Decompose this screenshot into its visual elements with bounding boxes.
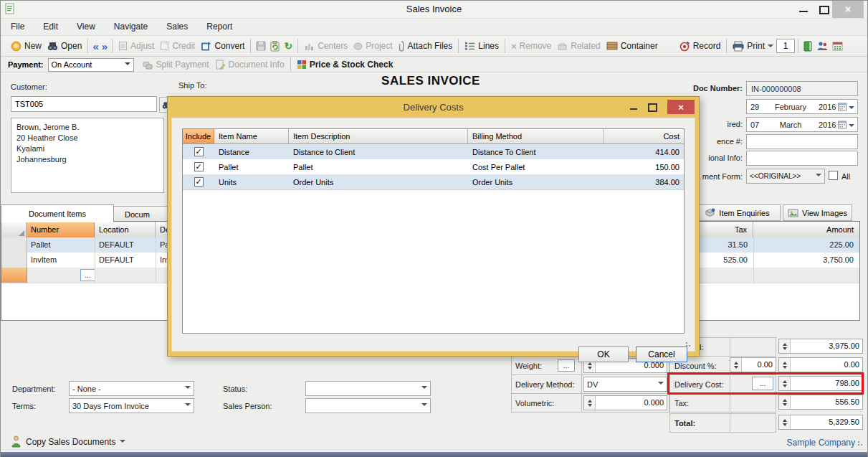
- include-checkbox[interactable]: ✓: [194, 147, 204, 156]
- terms-select[interactable]: 30 Days From Invoice: [69, 398, 194, 413]
- minimize-button[interactable]: [799, 11, 808, 12]
- column-header-item-name[interactable]: Item Name: [214, 129, 289, 144]
- tab-document-items[interactable]: Document Items: [1, 204, 114, 222]
- navigate-back-icon[interactable]: «: [91, 40, 100, 52]
- customer-input[interactable]: TST005: [11, 96, 157, 112]
- column-header-number[interactable]: Number: [27, 222, 95, 237]
- menu-view[interactable]: View: [77, 22, 95, 32]
- reference-input[interactable]: [746, 134, 858, 149]
- record-button[interactable]: Record: [677, 39, 724, 53]
- users-icon[interactable]: [814, 41, 830, 51]
- spinner-arrows[interactable]: [730, 358, 742, 372]
- column-header-amount[interactable]: Amount: [753, 222, 859, 237]
- row-selector-active[interactable]: [1, 268, 27, 283]
- project-button[interactable]: Project: [350, 39, 395, 52]
- spinner-arrows[interactable]: [584, 396, 596, 410]
- ok-button[interactable]: OK: [578, 347, 629, 362]
- open-button[interactable]: Open: [44, 39, 85, 52]
- menu-navigate[interactable]: Navigate: [114, 22, 148, 32]
- attach-files-button[interactable]: Attach Files: [396, 39, 456, 53]
- row-selector-header[interactable]: [1, 222, 27, 237]
- item-lookup-button[interactable]: ...: [80, 269, 95, 281]
- row-selector[interactable]: [1, 253, 27, 268]
- print-button[interactable]: Print: [730, 39, 768, 53]
- cancel-button[interactable]: Cancel: [636, 347, 687, 362]
- print-copies-field[interactable]: 1: [776, 39, 795, 53]
- container-button[interactable]: Container: [604, 39, 661, 52]
- dialog-close-button[interactable]: ×: [667, 100, 695, 114]
- spinner-arrows[interactable]: [779, 415, 791, 429]
- lines-button[interactable]: Lines: [462, 39, 502, 52]
- menu-edit[interactable]: Edit: [43, 22, 58, 32]
- row-selector[interactable]: [1, 237, 27, 253]
- column-header-include[interactable]: Include: [183, 129, 214, 144]
- price-stock-check-button[interactable]: Price & Stock Check: [294, 58, 396, 71]
- discount-amount-stepper[interactable]: 0.00: [778, 357, 863, 372]
- navigate-forward-icon[interactable]: »: [100, 40, 109, 52]
- close-button[interactable]: ×: [832, 1, 864, 18]
- include-checkbox[interactable]: ✓: [194, 177, 204, 187]
- terms-label: Terms:: [12, 402, 36, 410]
- all-checkbox[interactable]: [829, 171, 838, 180]
- table-header-row: Include Item Name Item Description Billi…: [183, 129, 684, 144]
- weight-lookup-button[interactable]: ...: [558, 359, 575, 372]
- column-header-cost[interactable]: Cost: [604, 129, 684, 144]
- print-dropdown-icon[interactable]: [768, 44, 773, 50]
- spinner-arrows[interactable]: [779, 395, 791, 409]
- centers-button[interactable]: Centers: [301, 39, 350, 52]
- calendar-icon[interactable]: [830, 41, 845, 51]
- view-images-button[interactable]: View Images: [783, 204, 852, 221]
- dialog-maximize-icon[interactable]: [648, 103, 657, 112]
- company-link[interactable]: Sample Company: [740, 438, 855, 448]
- delivery-method-select[interactable]: DV: [583, 377, 667, 392]
- include-checkbox[interactable]: ✓: [194, 162, 204, 171]
- date-required-field[interactable]: 07 March 2016: [746, 117, 858, 132]
- new-button[interactable]: New: [8, 39, 44, 53]
- payment-select[interactable]: On Account: [48, 58, 134, 72]
- item-enquiries-button[interactable]: Item Enquiries: [694, 204, 781, 221]
- total-stepper[interactable]: 5,329.50: [778, 415, 863, 430]
- chevron-down-icon[interactable]: [849, 124, 854, 130]
- status-select[interactable]: [305, 381, 431, 396]
- adjust-button[interactable]: Adjust: [115, 39, 157, 52]
- item-enquiries-icon: [705, 208, 715, 217]
- document-info-button[interactable]: Document Info: [212, 58, 287, 71]
- refresh-icon[interactable]: ↻: [282, 41, 295, 51]
- dialog-resize-grip[interactable]: [685, 341, 692, 349]
- related-button[interactable]: Related: [554, 39, 603, 52]
- tax-stepper[interactable]: 556.50: [778, 395, 863, 410]
- date-picker-icon[interactable]: [838, 121, 846, 129]
- department-select[interactable]: - None -: [69, 381, 194, 396]
- subtotal-stepper[interactable]: 3,975.00: [778, 339, 863, 354]
- spinner-arrows[interactable]: [779, 339, 791, 353]
- spinner-arrows[interactable]: [779, 358, 791, 372]
- additional-info-input[interactable]: [746, 151, 858, 166]
- column-header-billing-method[interactable]: Billing Method: [468, 129, 604, 144]
- discount-pct-stepper[interactable]: 0.00: [730, 357, 776, 372]
- convert-button[interactable]: Convert: [198, 39, 247, 52]
- menu-sales[interactable]: Sales: [166, 22, 188, 32]
- dialog-minimize-icon[interactable]: [630, 108, 637, 110]
- credit-button[interactable]: Credit: [157, 39, 198, 52]
- document-form-select[interactable]: <<ORIGINAL>>: [746, 169, 825, 184]
- save-icon[interactable]: [254, 41, 268, 51]
- paste-update-icon[interactable]: [268, 41, 282, 52]
- maximize-button[interactable]: [819, 6, 829, 14]
- remove-button[interactable]: ×Remove: [508, 39, 554, 52]
- sales-person-select[interactable]: [305, 398, 431, 413]
- resize-grip[interactable]: [857, 440, 864, 448]
- date-field[interactable]: 29 February 2016: [746, 99, 858, 114]
- column-header-location[interactable]: Location: [95, 222, 156, 237]
- copy-sales-documents-button[interactable]: Copy Sales Documents: [11, 435, 125, 448]
- column-header-item-description[interactable]: Item Description: [289, 129, 468, 144]
- menu-file[interactable]: File: [11, 22, 24, 32]
- volumetric-stepper[interactable]: 0.000: [583, 395, 667, 410]
- chevron-down-icon[interactable]: [849, 106, 854, 112]
- table-row[interactable]: ✓ Units Order Units Order Units 384.00: [183, 174, 684, 189]
- menu-report[interactable]: Report: [206, 22, 232, 32]
- date-picker-icon[interactable]: [838, 103, 846, 111]
- book-icon[interactable]: [801, 41, 814, 52]
- split-payment-button[interactable]: Split Payment: [140, 58, 212, 71]
- table-row[interactable]: ✓ Pallet Pallet Cost Per Pallet 150.00: [183, 159, 684, 174]
- table-row[interactable]: ✓ Distance Distance to Client Distance T…: [183, 144, 684, 159]
